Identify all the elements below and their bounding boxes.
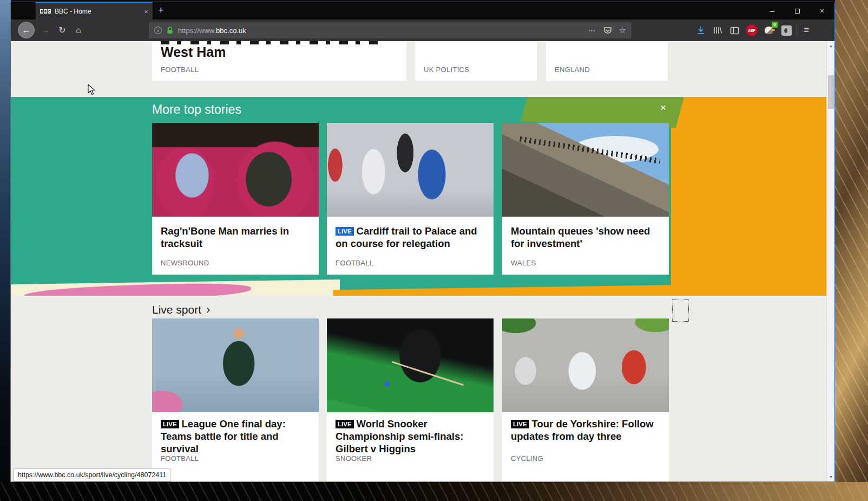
- story-category[interactable]: FOOTBALL: [161, 66, 199, 74]
- story-image: [502, 318, 669, 412]
- live-sport-section: Live sport› LIVELeague One final day: Te…: [11, 296, 826, 482]
- story-card-west-ham[interactable]: West Ham FOOTBALL: [152, 41, 406, 81]
- library-icon: [713, 26, 722, 35]
- page-actions-icon[interactable]: ⋯: [588, 26, 596, 35]
- bookmark-star-icon[interactable]: ☆: [619, 25, 626, 35]
- story-headline[interactable]: LIVETour de Yorkshire: Follow updates fr…: [511, 418, 660, 443]
- abp-icon: ABP: [746, 25, 758, 36]
- tab-title: BBC - Home: [55, 8, 140, 15]
- sidebar-button[interactable]: [728, 24, 741, 37]
- story-headline[interactable]: Mountain queues 'show need for investmen…: [511, 225, 660, 250]
- desktop-wallpaper-left: [0, 0, 11, 501]
- mouse-cursor: [88, 84, 96, 98]
- extension-badge: 0: [772, 22, 778, 28]
- story-card-tour-de-yorkshire[interactable]: LIVETour de Yorkshire: Follow updates fr…: [502, 318, 669, 482]
- story-headline[interactable]: LIVELeague One final day: Teams battle f…: [161, 418, 310, 455]
- site-info-icon[interactable]: i: [154, 27, 162, 34]
- story-category[interactable]: CYCLING: [511, 454, 543, 463]
- url-text[interactable]: https://www.bbc.co.uk: [178, 27, 246, 35]
- chevron-right-icon: ›: [206, 303, 210, 316]
- scrollbar-thumb[interactable]: [828, 75, 834, 109]
- hamburger-menu-icon: ≡: [804, 25, 809, 36]
- story-card-league-one[interactable]: LIVELeague One final day: Teams battle f…: [152, 318, 319, 482]
- forward-button[interactable]: →: [41, 25, 50, 36]
- story-category[interactable]: NEWSROUND: [161, 259, 209, 267]
- sidebar-icon: [730, 27, 739, 35]
- story-card-uk-politics[interactable]: UK POLITICS: [415, 41, 537, 81]
- story-category[interactable]: ENGLAND: [555, 66, 590, 74]
- extension-secondary-button[interactable]: [780, 24, 793, 37]
- story-image: [502, 123, 669, 217]
- https-lock-icon[interactable]: [167, 27, 173, 34]
- story-headline[interactable]: LIVECardiff trail to Palace and on cours…: [336, 225, 485, 250]
- story-card-cardiff[interactable]: LIVECardiff trail to Palace and on cours…: [327, 123, 494, 275]
- live-badge: LIVE: [336, 420, 354, 428]
- back-button[interactable]: ←: [18, 22, 35, 38]
- section-close-icon[interactable]: ×: [660, 102, 666, 114]
- tab-close-icon[interactable]: ×: [144, 8, 148, 15]
- menu-button[interactable]: ≡: [800, 24, 813, 37]
- status-bar-link-tooltip: https://www.bbc.co.uk/sport/live/cycling…: [14, 469, 170, 482]
- story-card-england[interactable]: ENGLAND: [546, 41, 668, 81]
- home-button[interactable]: ⌂: [76, 25, 81, 36]
- window-controls: – ×: [760, 2, 834, 19]
- bbc-favicon-icon: B B C: [40, 9, 51, 14]
- story-headline[interactable]: Rag'n'Bone Man marries in tracksuit: [161, 225, 310, 250]
- bird-extension-icon: 0: [764, 24, 775, 36]
- browser-window: B B C BBC - Home × + – × ← → ↻ ⌂ i https…: [10, 2, 835, 482]
- story-category[interactable]: UK POLITICS: [424, 66, 469, 74]
- extension-bird-button[interactable]: 0: [763, 24, 776, 37]
- more-top-stories-section: More top stories × Rag'n'Bone Man marrie…: [11, 97, 826, 296]
- story-category[interactable]: FOOTBALL: [336, 259, 373, 267]
- story-card-snooker[interactable]: LIVEWorld Snooker Championship semi-fina…: [327, 318, 494, 482]
- minimize-button[interactable]: –: [760, 2, 785, 19]
- close-window-button[interactable]: ×: [810, 2, 834, 19]
- orange-collage-shape: [671, 97, 826, 296]
- navigation-toolbar: ← → ↻ ⌂ i https://www.bbc.co.uk ⋯ ☆: [11, 19, 834, 41]
- story-image: [152, 318, 319, 412]
- story-image: [152, 123, 319, 217]
- library-button[interactable]: [711, 24, 724, 37]
- maximize-button[interactable]: [785, 2, 810, 19]
- vertical-scrollbar[interactable]: ▴ ▾: [826, 41, 834, 482]
- section-title: More top stories: [152, 102, 241, 117]
- extension-icon: [781, 25, 792, 36]
- story-image: [327, 318, 494, 412]
- page-viewport: West Ham FOOTBALL UK POLITICS ENGLAND Mo…: [11, 41, 834, 482]
- title-bar: B B C BBC - Home × + – ×: [11, 2, 834, 19]
- focus-outline-box: [672, 300, 689, 322]
- story-image: [327, 123, 494, 217]
- desktop-wallpaper-right: [835, 0, 868, 501]
- scroll-up-icon[interactable]: ▴: [827, 43, 834, 48]
- story-category[interactable]: SNOOKER: [336, 454, 372, 463]
- downloads-button[interactable]: [694, 24, 707, 37]
- story-headline[interactable]: West Ham: [161, 44, 226, 60]
- desktop-wallpaper-bottom: [0, 482, 868, 501]
- story-headline[interactable]: LIVEWorld Snooker Championship semi-fina…: [336, 418, 485, 455]
- story-category[interactable]: WALES: [511, 259, 536, 267]
- bbc-page-content: West Ham FOOTBALL UK POLITICS ENGLAND Mo…: [11, 41, 826, 482]
- reload-button[interactable]: ↻: [58, 25, 65, 36]
- live-badge: LIVE: [336, 227, 354, 236]
- maximize-icon: [795, 9, 800, 14]
- adblock-plus-button[interactable]: ABP: [745, 24, 758, 37]
- back-icon: ←: [22, 25, 31, 35]
- url-bar[interactable]: i https://www.bbc.co.uk ⋯ ☆: [149, 22, 632, 38]
- toolbar-separator: [797, 24, 797, 36]
- story-card-mountain[interactable]: Mountain queues 'show need for investmen…: [502, 123, 669, 275]
- story-card-ragnbone[interactable]: Rag'n'Bone Man marries in tracksuit NEWS…: [152, 123, 319, 275]
- scroll-down-icon[interactable]: ▾: [827, 474, 834, 479]
- live-badge: LIVE: [511, 420, 529, 428]
- download-icon: [696, 26, 705, 35]
- orange-collage-strip: [333, 283, 826, 296]
- story-category[interactable]: FOOTBALL: [161, 454, 199, 463]
- live-sport-link[interactable]: Live sport›: [152, 303, 210, 317]
- browser-tab[interactable]: B B C BBC - Home ×: [36, 2, 153, 19]
- new-tab-button[interactable]: +: [158, 5, 164, 16]
- pocket-icon[interactable]: [603, 27, 612, 35]
- live-badge: LIVE: [161, 420, 179, 428]
